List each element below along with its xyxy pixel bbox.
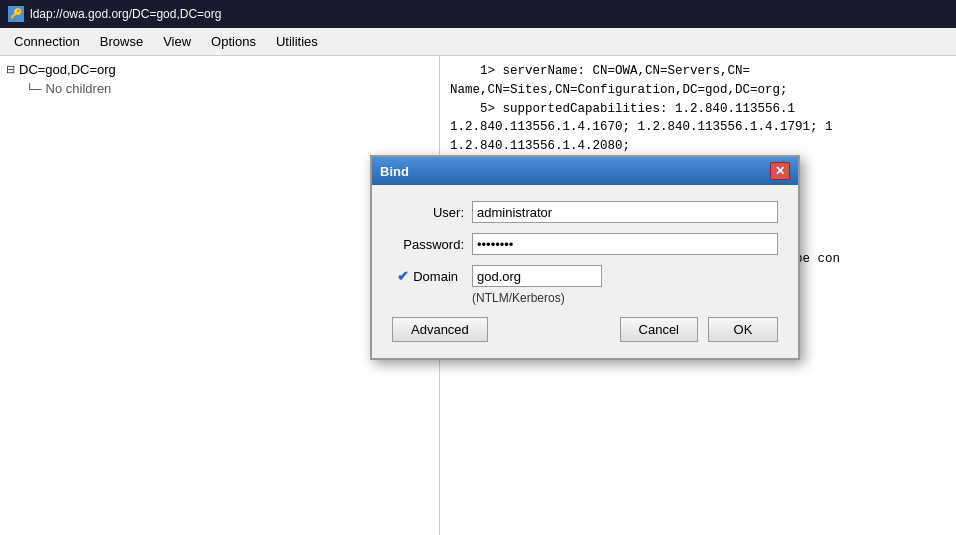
ok-button[interactable]: OK xyxy=(708,317,778,342)
dialog-body: User: Password: ✔ Domain (NTLM/Kerberos) xyxy=(372,185,798,358)
bind-dialog: Bind ✕ User: Password: ✔ Domain xyxy=(370,155,800,360)
cancel-button[interactable]: Cancel xyxy=(620,317,698,342)
domain-row: ✔ Domain xyxy=(392,265,778,287)
dialog-titlebar: Bind ✕ xyxy=(372,157,798,185)
password-input[interactable] xyxy=(472,233,778,255)
user-input[interactable] xyxy=(472,201,778,223)
modal-overlay: Bind ✕ User: Password: ✔ Domain xyxy=(0,0,956,535)
right-buttons: Cancel OK xyxy=(620,317,778,342)
user-row: User: xyxy=(392,201,778,223)
dialog-close-button[interactable]: ✕ xyxy=(770,162,790,180)
advanced-button[interactable]: Advanced xyxy=(392,317,488,342)
domain-checkmark: ✔ xyxy=(397,268,409,284)
domain-input[interactable] xyxy=(472,265,602,287)
domain-label: Domain xyxy=(413,269,464,284)
password-row: Password: xyxy=(392,233,778,255)
dialog-title: Bind xyxy=(380,164,409,179)
password-label: Password: xyxy=(392,237,472,252)
button-row: Advanced Cancel OK xyxy=(392,317,778,342)
ntlm-label: (NTLM/Kerberos) xyxy=(472,291,778,305)
checkbox-area: ✔ Domain xyxy=(392,268,472,284)
user-label: User: xyxy=(392,205,472,220)
